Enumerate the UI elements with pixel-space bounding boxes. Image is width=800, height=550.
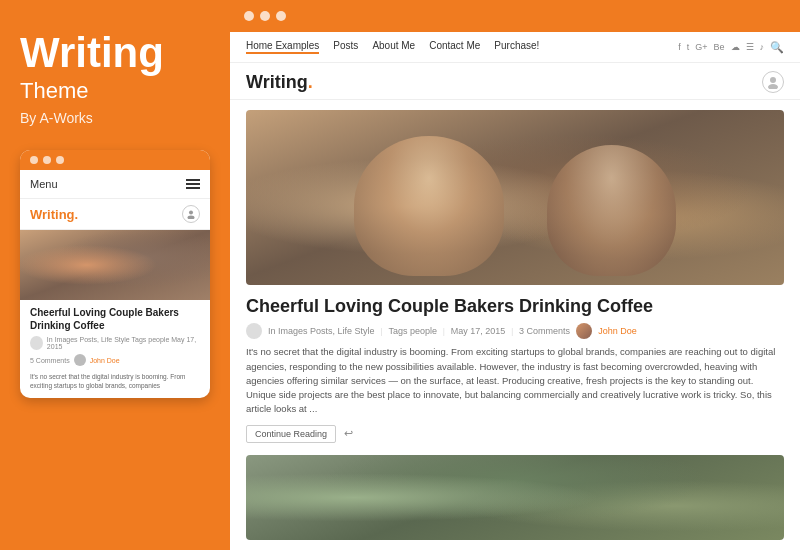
article-title: Cheerful Loving Couple Bakers Drinking C… — [246, 295, 784, 318]
mobile-article-image — [20, 230, 210, 300]
article-excerpt: It's no secret that the digital industry… — [246, 345, 784, 416]
mobile-logo-dot: . — [75, 207, 79, 222]
meta-separator-3: | — [511, 326, 513, 336]
mobile-dot-1 — [30, 156, 38, 164]
hamburger-icon — [186, 179, 200, 189]
hamburger-line-2 — [186, 183, 200, 185]
site-header: Writing. — [230, 63, 800, 100]
browser-dot-3 — [276, 11, 286, 21]
site-navigation: Home Examples Posts About Me Contact Me … — [230, 32, 800, 63]
article-image-render — [246, 110, 784, 285]
user-profile-svg — [766, 75, 780, 89]
social-menu-icon[interactable]: ☰ — [746, 42, 754, 52]
mobile-body-preview: It's no secret that the digital industry… — [20, 370, 210, 398]
nav-purchase[interactable]: Purchase! — [494, 40, 539, 54]
mobile-mockup: Menu Writing. Cheerful Loving Couple Bak… — [20, 150, 210, 398]
mobile-author-avatar — [74, 354, 86, 366]
nav-posts[interactable]: Posts — [333, 40, 358, 54]
nav-home[interactable]: Home Examples — [246, 40, 319, 54]
browser-content: Home Examples Posts About Me Contact Me … — [230, 32, 800, 550]
svg-point-1 — [188, 216, 195, 220]
social-twitter-icon[interactable]: t — [687, 42, 690, 52]
article-meta: In Images Posts, Life Style | Tags peopl… — [246, 323, 784, 339]
site-user-icon[interactable] — [762, 71, 784, 93]
mobile-dot-2 — [43, 156, 51, 164]
browser-dot-2 — [260, 11, 270, 21]
social-music-icon[interactable]: ♪ — [760, 42, 765, 52]
second-article-image-render — [246, 455, 784, 540]
mobile-user-icon — [182, 205, 200, 223]
hamburger-line-3 — [186, 187, 200, 189]
article-author: John Doe — [598, 326, 637, 336]
mobile-author-meta: 5 Comments John Doe — [20, 354, 210, 370]
site-logo-dot: . — [308, 72, 313, 92]
mobile-nav: Menu — [20, 170, 210, 199]
social-behance-icon[interactable]: Be — [713, 42, 724, 52]
mobile-meta-text: In Images Posts, Life Style Tags people … — [47, 336, 200, 350]
mobile-logo-text: Writing — [30, 207, 75, 222]
second-article-preview — [246, 455, 784, 540]
article-date: May 17, 2015 — [451, 326, 506, 336]
mobile-comments: 5 Comments — [30, 357, 70, 364]
read-more-button[interactable]: Continue Reading — [246, 425, 336, 443]
mobile-article-meta: In Images Posts, Life Style Tags people … — [20, 336, 210, 354]
nav-social-icons: f t G+ Be ☁ ☰ ♪ 🔍 — [678, 41, 784, 54]
article-comments: 3 Comments — [519, 326, 570, 336]
author-text: By A-Works — [20, 110, 210, 126]
search-icon[interactable]: 🔍 — [770, 41, 784, 54]
mobile-author-name: John Doe — [90, 357, 120, 364]
mobile-header: Writing. — [20, 199, 210, 230]
nav-contact[interactable]: Contact Me — [429, 40, 480, 54]
browser-bar — [230, 0, 800, 32]
mobile-menu-label: Menu — [30, 178, 58, 190]
article-card: Cheerful Loving Couple Bakers Drinking C… — [246, 110, 784, 443]
nav-about[interactable]: About Me — [372, 40, 415, 54]
site-logo-text: Writing — [246, 72, 308, 92]
meta-separator-1: | — [381, 326, 383, 336]
svg-point-2 — [770, 77, 776, 83]
article-actions: Continue Reading ↩ — [246, 425, 784, 443]
mobile-article-image-render — [20, 230, 210, 300]
theme-title: Writing Theme By A-Works — [20, 30, 210, 126]
user-svg-icon — [186, 209, 196, 219]
article-author-avatar — [576, 323, 592, 339]
mobile-meta-icon — [30, 336, 43, 350]
subtitle-text: Theme — [20, 78, 210, 104]
main-content: Cheerful Loving Couple Bakers Drinking C… — [230, 100, 800, 540]
meta-separator-2: | — [443, 326, 445, 336]
article-category: In Images Posts, Life Style — [268, 326, 375, 336]
hamburger-line-1 — [186, 179, 200, 181]
article-image — [246, 110, 784, 285]
article-tags: Tags people — [388, 326, 437, 336]
article-meta-icon — [246, 323, 262, 339]
social-cloud-icon[interactable]: ☁ — [731, 42, 740, 52]
mobile-article-title: Cheerful Loving Couple Bakers Drinking C… — [20, 300, 210, 336]
svg-point-0 — [189, 211, 193, 215]
browser-dot-1 — [244, 11, 254, 21]
site-logo: Writing. — [246, 72, 313, 93]
social-facebook-icon[interactable]: f — [678, 42, 681, 52]
share-icon[interactable]: ↩ — [344, 427, 353, 440]
social-google-icon[interactable]: G+ — [695, 42, 707, 52]
title-text: Writing — [20, 30, 210, 76]
left-panel: Writing Theme By A-Works Menu Writing. — [0, 0, 230, 550]
nav-links: Home Examples Posts About Me Contact Me … — [246, 40, 539, 54]
svg-point-3 — [768, 84, 778, 89]
mobile-dot-3 — [56, 156, 64, 164]
right-panel: Home Examples Posts About Me Contact Me … — [230, 0, 800, 550]
mobile-top-bar — [20, 150, 210, 170]
mobile-logo: Writing. — [30, 207, 78, 222]
